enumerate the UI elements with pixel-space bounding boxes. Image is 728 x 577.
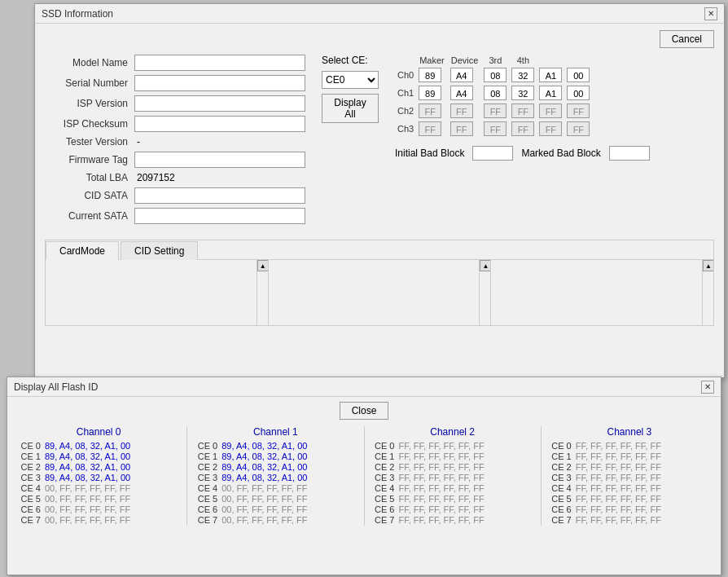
current-sata-row: Current SATA — [45, 208, 305, 224]
flash-channels-container: Channel 0CE 089, A4, 08, 32, A1, 00CE 18… — [15, 426, 713, 526]
tab-cid-setting[interactable]: CID Setting — [121, 241, 198, 260]
bad-block-row: Initial Bad Block Marked Bad Block — [395, 146, 650, 161]
ce-row-data-ch0-2: 89, A4, 08, 32, A1, 00 — [45, 462, 130, 472]
scrollbar-3[interactable]: ▲ — [702, 260, 713, 325]
close-button[interactable]: Close — [340, 402, 389, 420]
ce-row-data-ch0-0: 89, A4, 08, 32, A1, 00 — [45, 441, 130, 451]
tab-panel-1: ▲ — [46, 260, 269, 325]
flash-cell-ch2-4: FF — [537, 102, 564, 120]
ce-row-ch3-2: CE 2FF, FF, FF, FF, FF, FF — [546, 462, 713, 472]
ce-row-label-ch2-4: CE 4 — [370, 483, 397, 493]
ce-row-data-ch0-4: 00, FF, FF, FF, FF, FF — [45, 483, 130, 493]
ssd-close-button[interactable]: ✕ — [704, 7, 717, 20]
total-lba-label: Total LBA — [45, 172, 134, 183]
flash-channel-0: Channel 0CE 089, A4, 08, 32, A1, 00CE 18… — [15, 426, 182, 526]
ce-row-data-ch2-1: FF, FF, FF, FF, FF, FF — [399, 451, 485, 461]
scroll-up-3[interactable]: ▲ — [703, 260, 713, 271]
cid-sata-label: CID SATA — [45, 190, 134, 201]
header-3rd: 3rd — [481, 55, 509, 66]
isp-version-input[interactable] — [134, 95, 305, 112]
ce-row-ch1-7: CE 700, FF, FF, FF, FF, FF — [192, 515, 358, 525]
ce-row-data-ch3-0: FF, FF, FF, FF, FF, FF — [576, 441, 661, 451]
scroll-up-2[interactable]: ▲ — [480, 260, 491, 271]
flash-cell-ch2-5: FF — [564, 102, 592, 120]
ce-row-ch0-6: CE 600, FF, FF, FF, FF, FF — [15, 504, 182, 514]
ce-row-ch3-6: CE 6FF, FF, FF, FF, FF, FF — [546, 504, 713, 514]
tabs-bar: CardMode CID Setting — [46, 240, 713, 260]
firmware-tag-row: Firmware Tag — [45, 152, 305, 168]
flash-channel-2: Channel 2CE 0FF, FF, FF, FF, FF, FFCE 1F… — [370, 426, 536, 526]
flash-window-title: Display All Flash ID — [14, 381, 98, 393]
ce-row-ch0-4: CE 400, FF, FF, FF, FF, FF — [15, 483, 182, 493]
ce-row-data-ch2-3: FF, FF, FF, FF, FF, FF — [399, 473, 485, 482]
tabs-content: ▲ ▲ ▲ — [46, 260, 713, 325]
scrollbar-1[interactable]: ▲ — [257, 260, 268, 325]
isp-checksum-input[interactable] — [134, 116, 305, 132]
ce-row-data-ch3-1: FF, FF, FF, FF, FF, FF — [576, 451, 661, 461]
ce-row-label-ch0-6: CE 6 — [15, 504, 43, 514]
ce-row-data-ch0-3: 89, A4, 08, 32, A1, 00 — [45, 473, 130, 482]
isp-checksum-row: ISP Checksum — [45, 116, 305, 132]
ce-row-ch3-3: CE 3FF, FF, FF, FF, FF, FF — [546, 473, 713, 482]
current-sata-input[interactable] — [134, 208, 305, 224]
ce-row-ch2-1: CE 1FF, FF, FF, FF, FF, FF — [370, 451, 536, 461]
ce-row-ch1-1: CE 189, A4, 08, 32, A1, 00 — [192, 451, 358, 461]
display-all-button[interactable]: Display All — [322, 94, 379, 123]
ce-row-label-ch1-6: CE 6 — [192, 504, 220, 514]
ce-row-data-ch0-5: 00, FF, FF, FF, FF, FF — [45, 494, 130, 504]
form-section: Model Name Serial Number ISP Version ISP… — [45, 55, 305, 228]
ce-row-data-ch1-1: 89, A4, 08, 32, A1, 00 — [221, 451, 307, 461]
flash-cell-ch3-1: FF — [448, 120, 482, 138]
tester-version-row: Tester Version - — [45, 136, 305, 148]
ssd-title: SSD Information — [42, 8, 113, 20]
flash-cell-ch1-2: 08 — [481, 84, 509, 102]
ce-row-label-ch3-2: CE 2 — [546, 462, 574, 472]
ce-row-label-ch2-1: CE 1 — [370, 451, 397, 461]
marked-bad-block-input[interactable] — [609, 146, 650, 161]
model-name-input[interactable] — [134, 55, 305, 71]
select-ce-group: Select CE: CE0 CE1 CE2 CE3 Display All — [322, 55, 379, 123]
flash-cell-ch2-1: FF — [448, 102, 482, 120]
tab-panel-2: ▲ — [269, 260, 492, 325]
ce-select[interactable]: CE0 CE1 CE2 CE3 — [322, 71, 379, 89]
current-sata-label: Current SATA — [45, 210, 134, 222]
tester-version-label: Tester Version — [45, 136, 134, 148]
ce-row-ch0-5: CE 500, FF, FF, FF, FF, FF — [15, 494, 182, 504]
ce-row-label-ch2-6: CE 6 — [370, 504, 397, 514]
flash-cell-ch0-3: 32 — [509, 66, 537, 84]
flash-cell-ch3-3: FF — [509, 120, 537, 138]
firmware-tag-input[interactable] — [134, 152, 305, 168]
ce-row-ch3-4: CE 4FF, FF, FF, FF, FF, FF — [546, 483, 713, 493]
ce-row-data-ch1-3: 89, A4, 08, 32, A1, 00 — [221, 473, 307, 482]
flash-cell-ch0-5: 00 — [564, 66, 592, 84]
cid-sata-input[interactable] — [134, 187, 305, 204]
ce-row-data-ch3-4: FF, FF, FF, FF, FF, FF — [576, 483, 661, 493]
ce-row-ch3-1: CE 1FF, FF, FF, FF, FF, FF — [546, 451, 713, 461]
serial-number-input[interactable] — [134, 75, 305, 91]
isp-version-row: ISP Version — [45, 95, 305, 112]
ce-row-label-ch3-6: CE 6 — [546, 504, 574, 514]
ce-row-ch3-0: CE 0FF, FF, FF, FF, FF, FF — [546, 441, 713, 451]
initial-bad-block-input[interactable] — [472, 146, 513, 161]
flash-cell-ch1-0: 89 — [416, 84, 448, 102]
scrollbar-2[interactable]: ▲ — [479, 260, 490, 325]
flash-cell-ch1-1: A4 — [448, 84, 482, 102]
flash-window-close-button[interactable]: ✕ — [701, 381, 714, 394]
ce-row-data-ch2-7: FF, FF, FF, FF, FF, FF — [399, 515, 485, 525]
scroll-up-1[interactable]: ▲ — [257, 260, 269, 271]
ce-row-label-ch1-2: CE 2 — [192, 462, 220, 472]
ce-row-label-ch3-1: CE 1 — [546, 451, 574, 461]
ce-row-label-ch3-5: CE 5 — [546, 494, 574, 504]
ce-row-label-ch1-0: CE 0 — [192, 441, 220, 451]
ce-row-ch2-5: CE 5FF, FF, FF, FF, FF, FF — [370, 494, 536, 504]
total-lba-row: Total LBA 2097152 — [45, 172, 305, 183]
flash-cell-ch2-2: FF — [481, 102, 509, 120]
tab-cardmode[interactable]: CardMode — [46, 241, 119, 260]
ch-label-0: Ch0 — [395, 66, 416, 84]
ce-row-ch1-0: CE 089, A4, 08, 32, A1, 00 — [192, 441, 358, 451]
cancel-button[interactable]: Cancel — [660, 30, 714, 48]
ce-row-label-ch3-7: CE 7 — [546, 515, 574, 525]
ce-row-label-ch0-0: CE 0 — [15, 441, 43, 451]
ce-row-data-ch3-2: FF, FF, FF, FF, FF, FF — [576, 462, 661, 472]
tab-panel-3: ▲ — [491, 260, 713, 325]
